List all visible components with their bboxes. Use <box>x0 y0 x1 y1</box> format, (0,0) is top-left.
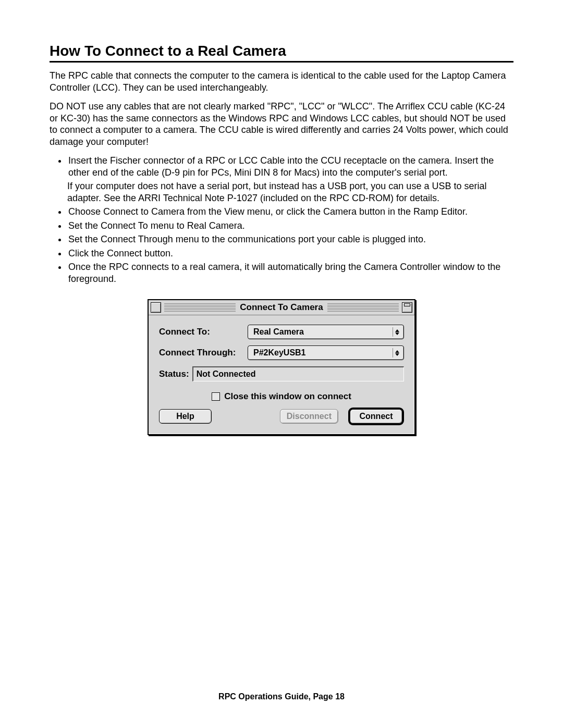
list-item: Choose Connect to Camera from the View m… <box>67 206 513 218</box>
connect-through-popup[interactable]: P#2KeyUSB1 <box>248 346 404 360</box>
connect-to-camera-dialog: Connect To Camera Connect To: Real Camer… <box>148 299 415 435</box>
status-field: Not Connected <box>192 366 404 381</box>
connect-button[interactable]: Connect <box>350 409 402 424</box>
updown-icon <box>393 327 401 337</box>
titlebar-stripes: Connect To Camera <box>164 303 399 312</box>
list-item: Insert the Fischer connector of a RPC or… <box>67 155 513 178</box>
connect-to-value: Real Camera <box>253 327 304 337</box>
page-footer: RPC Operations Guide, Page 18 <box>0 692 563 702</box>
connect-to-popup[interactable]: Real Camera <box>248 325 404 339</box>
page-title: How To Connect to a Real Camera <box>50 42 513 63</box>
intro-paragraph-1: The RPC cable that connects the computer… <box>50 70 513 93</box>
close-on-connect-checkbox[interactable] <box>212 392 220 401</box>
connect-to-label: Connect To: <box>159 326 248 337</box>
list-item: Click the Connect button. <box>67 248 513 260</box>
collapse-icon[interactable] <box>402 302 412 313</box>
status-label: Status: <box>159 368 189 379</box>
titlebar[interactable]: Connect To Camera <box>149 300 414 315</box>
disconnect-button: Disconnect <box>280 409 338 424</box>
connect-through-value: P#2KeyUSB1 <box>253 348 306 358</box>
dialog-title: Connect To Camera <box>236 302 327 313</box>
list-item: Once the RPC connects to a real camera, … <box>67 261 513 285</box>
list-item: Set the Connect Through menu to the comm… <box>67 233 513 245</box>
instruction-list: Insert the Fischer connector of a RPC or… <box>50 155 513 285</box>
updown-icon <box>393 348 401 357</box>
list-item: Set the Connect To menu to Real Camera. <box>67 220 513 232</box>
help-button[interactable]: Help <box>159 409 212 424</box>
close-icon[interactable] <box>151 302 161 313</box>
list-item: If your computer does not have a serial … <box>59 180 513 204</box>
close-on-connect-label: Close this window on connect <box>224 391 351 402</box>
connect-through-label: Connect Through: <box>159 347 248 358</box>
intro-paragraph-2: DO NOT use any cables that are not clear… <box>50 101 513 147</box>
